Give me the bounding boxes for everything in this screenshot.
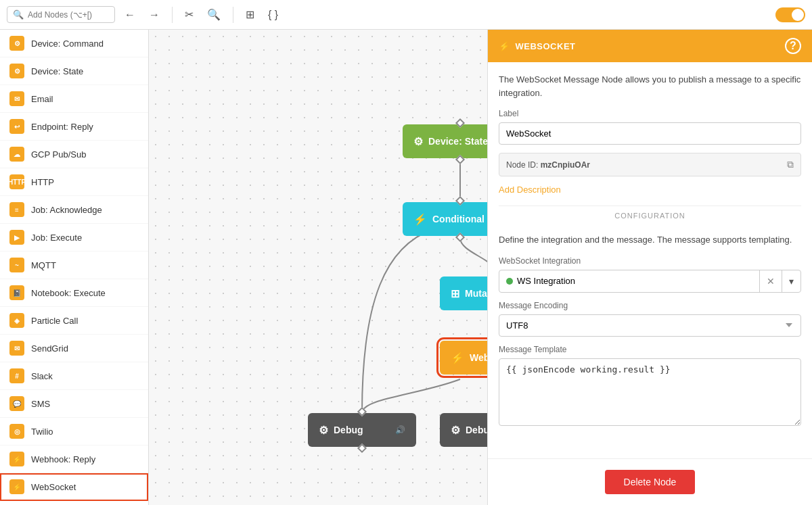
sidebar-item-particle-call[interactable]: ◈ Particle Call — [0, 307, 148, 335]
encoding-label: Message Encoding — [499, 301, 801, 310]
ws-status-dot — [506, 278, 513, 285]
node-id-value: mzCnpiuOAr — [541, 160, 590, 170]
webhook-reply-icon: ⚡ — [9, 452, 24, 466]
sendgrid-label: SendGrid — [31, 343, 68, 354]
device-state-label: Device: State — [31, 66, 83, 76]
sidebar-item-gcp-pubsub[interactable]: ☁ GCP Pub/Sub — [0, 141, 148, 168]
sidebar-item-job-execute[interactable]: ▶ Job: Execute — [0, 224, 148, 251]
back-button[interactable]: ← — [120, 6, 139, 24]
sidebar-item-mqtt[interactable]: ~ MQTT — [0, 251, 148, 279]
http-label: HTTP — [31, 177, 54, 187]
sidebar-item-websocket[interactable]: ⚡ WebSocket — [0, 473, 148, 501]
add-node-button[interactable]: ⊞ — [242, 5, 258, 24]
device-state-icon: ⚙ — [9, 64, 24, 78]
panel-content: The WebSocket Message Node allows you to… — [488, 62, 812, 458]
sidebar-item-endpoint-reply[interactable]: ↩ Endpoint: Reply — [0, 113, 148, 141]
notebook-execute-icon: 📓 — [9, 285, 24, 300]
slack-label: Slack — [31, 371, 53, 381]
config-section-title: CONFIGURATION — [499, 206, 801, 225]
sidebar-item-http[interactable]: HTTP HTTP — [0, 168, 148, 196]
websocket-canvas-node[interactable]: ⚡ WebSocket — [440, 341, 487, 375]
websocket-icon: ⚡ — [9, 479, 24, 494]
gcp-pubsub-label: GCP Pub/Sub — [31, 149, 86, 160]
right-panel: ⚡ WEBSOCKET ? The WebSocket Message Node… — [487, 30, 812, 505]
search-box[interactable]: 🔍 — [7, 6, 115, 23]
forward-button[interactable]: → — [145, 6, 164, 24]
slack-icon: # — [9, 368, 24, 383]
sidebar-item-device-state[interactable]: ⚙ Device: State — [0, 57, 148, 85]
ws-integration-select[interactable]: WS Integration ✕ ▾ — [499, 270, 801, 293]
debug-1-speaker: 🔊 — [395, 425, 405, 435]
sidebar-item-email[interactable]: ✉ Email — [0, 85, 148, 113]
canvas-area[interactable]: ⚙ Device: State ⚡ Conditional ⊞ Mutate ⚡… — [149, 30, 487, 505]
debug-1-icon: ⚙ — [319, 424, 328, 437]
divider-2 — [233, 7, 233, 23]
mqtt-icon: ~ — [9, 258, 24, 272]
conditional-node[interactable]: ⚡ Conditional — [403, 202, 487, 236]
node-id-row: Node ID: mzCnpiuOAr ⧉ — [499, 153, 801, 176]
divider-1 — [172, 7, 173, 23]
panel-title: WEBSOCKET — [516, 41, 576, 51]
panel-header-icon: ⚡ — [499, 41, 510, 51]
mutate-node[interactable]: ⊞ Mutate — [440, 276, 487, 310]
sidebar-item-webhook-reply[interactable]: ⚡ Webhook: Reply — [0, 446, 148, 473]
http-icon: HTTP — [9, 174, 24, 189]
sendgrid-icon: ✉ — [9, 341, 24, 356]
device-state-node[interactable]: ⚙ Device: State — [403, 124, 487, 158]
expand-integration-button[interactable]: ▾ — [782, 270, 800, 292]
config-description: Define the integration and the message. … — [499, 233, 801, 247]
ws-integration-value: WS Integration — [517, 276, 575, 286]
websocket-label: WebSocket — [31, 482, 76, 492]
node-id-label: Node ID: — [506, 160, 541, 170]
cut-button[interactable]: ✂ — [181, 5, 198, 24]
sidebar-item-whatsapp[interactable]: 💬 WhatsApp — [0, 501, 148, 505]
mutate-icon: ⊞ — [451, 287, 459, 300]
sidebar-item-sendgrid[interactable]: ✉ SendGrid — [0, 335, 148, 362]
sidebar: ⚙ Device: Command ⚙ Device: State ✉ Emai… — [0, 30, 149, 505]
delete-node-button[interactable]: Delete Node — [605, 470, 696, 494]
endpoint-reply-label: Endpoint: Reply — [31, 122, 93, 132]
job-execute-label: Job: Execute — [31, 233, 82, 243]
message-template-input[interactable] — [499, 358, 801, 426]
search-input[interactable] — [28, 10, 109, 20]
template-label: Message Template — [499, 345, 801, 354]
label-input[interactable] — [499, 122, 801, 145]
clear-integration-button[interactable]: ✕ — [759, 270, 782, 292]
toggle-switch[interactable] — [775, 7, 805, 22]
mqtt-label: MQTT — [31, 260, 56, 270]
email-label: Email — [31, 94, 53, 104]
zoom-button[interactable]: 🔍 — [203, 5, 225, 24]
encoding-select[interactable]: UTF8 Binary Base64 — [499, 314, 801, 337]
code-button[interactable]: { } — [264, 6, 282, 24]
toolbar: 🔍 ← → ✂ 🔍 ⊞ { } — [0, 0, 812, 30]
sidebar-item-twilio[interactable]: ◎ Twilio — [0, 418, 148, 446]
device-command-icon: ⚙ — [9, 36, 24, 51]
sms-icon: 💬 — [9, 396, 24, 411]
debug-node-2[interactable]: ⚙ Debug 🔊 — [440, 413, 487, 447]
notebook-execute-label: Notebook: Execute — [31, 288, 106, 298]
twilio-icon: ◎ — [9, 424, 24, 439]
sms-label: SMS — [31, 399, 50, 409]
sidebar-item-device-command[interactable]: ⚙ Device: Command — [0, 30, 148, 57]
websocket-node-icon: ⚡ — [451, 352, 464, 364]
panel-header: ⚡ WEBSOCKET ? — [488, 30, 812, 62]
conditional-icon: ⚡ — [413, 213, 427, 226]
sidebar-item-job-acknowledge[interactable]: ≡ Job: Acknowledge — [0, 196, 148, 224]
copy-node-id-button[interactable]: ⧉ — [787, 159, 794, 170]
sidebar-item-notebook-execute[interactable]: 📓 Notebook: Execute — [0, 279, 148, 307]
endpoint-reply-icon: ↩ — [9, 119, 24, 134]
device-state-icon: ⚙ — [413, 135, 423, 148]
main-layout: ⚙ Device: Command ⚙ Device: State ✉ Emai… — [0, 30, 812, 505]
sidebar-item-sms[interactable]: 💬 SMS — [0, 390, 148, 418]
panel-description: The WebSocket Message Node allows you to… — [499, 73, 801, 99]
sidebar-item-slack[interactable]: # Slack — [0, 362, 148, 390]
job-acknowledge-icon: ≡ — [9, 202, 24, 217]
webhook-reply-label: Webhook: Reply — [31, 454, 95, 464]
search-icon: 🔍 — [13, 9, 24, 20]
add-description-link[interactable]: Add Description — [499, 185, 801, 195]
email-icon: ✉ — [9, 91, 24, 106]
help-button[interactable]: ? — [785, 38, 801, 54]
particle-call-label: Particle Call — [31, 316, 78, 326]
panel-footer: Delete Node — [488, 458, 812, 505]
debug-node-1[interactable]: ⚙ Debug 🔊 — [308, 413, 416, 447]
